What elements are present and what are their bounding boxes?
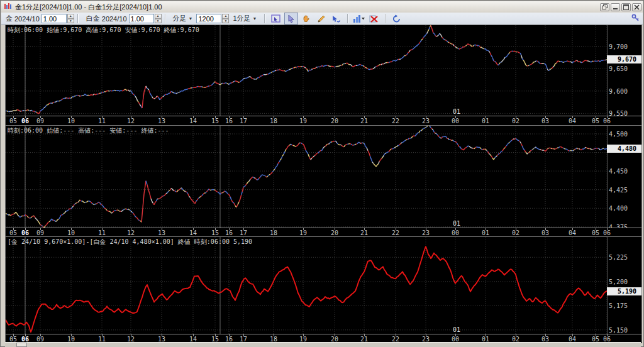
time-tick-label: 21: [360, 118, 368, 124]
gold-contract-month: 2024/10: [14, 15, 40, 23]
price-tick-label: 4,425: [609, 187, 628, 194]
float-window-button[interactable]: [600, 3, 609, 11]
gold-ratio-input[interactable]: [42, 14, 67, 23]
bar-count-input[interactable]: [196, 14, 221, 23]
arrow-draw-icon[interactable]: [330, 13, 343, 25]
bar-chart-icon[interactable]: [352, 13, 366, 25]
time-tick-label: 04: [569, 229, 576, 236]
bar-type-label: 分足: [173, 14, 187, 23]
time-tick-label: 04: [569, 118, 576, 124]
time-tick-label: 09: [36, 118, 44, 124]
chart-panel-platinum-1min: 時刻:06:00 始値:--- 高値:--- 安値:--- 終値:---014,…: [5, 125, 642, 237]
time-tick-label: 23: [422, 118, 430, 124]
minimize-button[interactable]: [611, 3, 620, 11]
time-tick-label: 22: [392, 118, 399, 124]
hand-icon[interactable]: [299, 13, 313, 25]
toolbar-separator: [264, 14, 265, 23]
time-tick-label: 05: [592, 229, 599, 236]
plot-platinum-1min[interactable]: 時刻:06:00 始値:--- 高値:--- 安値:--- 終値:---01: [6, 126, 608, 228]
time-tick-label: 06: [603, 229, 611, 236]
spin-down-icon[interactable]: ▼: [67, 19, 74, 24]
platinum-contract-month: 2024/10: [102, 15, 127, 23]
time-tick-label: 09: [36, 229, 44, 236]
time-tick-label: 20: [331, 229, 338, 236]
chart-panel-gold-1min: 時刻:06:00 始値:9,670 高値:9,670 安値:9,670 終値:9…: [5, 25, 642, 125]
price-tick-label: 4,400: [609, 205, 628, 212]
time-tick-label: 01: [482, 118, 489, 124]
current-price-tag-spread-gold-minus-platinum: 5,190: [607, 287, 641, 295]
price-tick-label: 9,600: [609, 88, 628, 95]
time-tick-label: 00: [452, 118, 459, 124]
ohlc-info-platinum-1min: 時刻:06:00 始値:--- 高値:--- 安値:--- 終値:---: [8, 126, 169, 135]
spin-up-icon[interactable]: ▲: [67, 14, 74, 19]
interval-label: 1分足: [233, 14, 250, 23]
platinum-ratio-spinner[interactable]: ▲▼: [129, 14, 162, 23]
time-tick-label: 18: [270, 229, 277, 236]
toolbar-separator: [165, 14, 166, 23]
time-axis: 0506091011121314151617181920212223000102…: [6, 116, 641, 125]
ohlc-info-gold-1min: 時刻:06:00 始値:9,670 高値:9,670 安値:9,670 終値:9…: [8, 26, 199, 35]
time-tick-label: 12: [127, 118, 135, 124]
time-tick-label: 06: [21, 118, 29, 124]
time-tick-label: 10: [67, 118, 75, 124]
price-tick-label: 9,650: [609, 65, 628, 72]
gold-ratio-spinner[interactable]: ▲▼: [42, 14, 74, 23]
time-axis: 0506091011121314151617181920212223000102…: [6, 228, 641, 237]
time-tick-label: 06: [603, 118, 611, 124]
wrench-icon[interactable]: [631, 13, 640, 25]
refresh-icon[interactable]: [390, 13, 404, 25]
date-label: 01: [453, 220, 460, 227]
scrollbar-thumb[interactable]: [16, 343, 27, 347]
price-tick-label: 4,500: [609, 131, 628, 138]
spin-up-icon[interactable]: ▲: [222, 14, 229, 19]
app-window: 金1分足[2024/10]1.00 - 白金1分足[2024/10]1.00 金…: [0, 0, 644, 347]
spin-down-icon[interactable]: ▼: [155, 19, 162, 24]
plot-gold-1min[interactable]: 時刻:06:00 始値:9,670 高値:9,670 安値:9,670 終値:9…: [6, 25, 608, 116]
toolbar-separator: [385, 14, 386, 23]
close-button[interactable]: [632, 3, 641, 11]
bar-count-spin-buttons[interactable]: ▲▼: [222, 14, 229, 23]
gold-label: 金: [6, 14, 13, 23]
platinum-ratio-input[interactable]: [129, 14, 154, 23]
spin-up-icon[interactable]: ▲: [155, 14, 162, 19]
time-tick-label: 22: [392, 229, 399, 236]
interval-dropdown[interactable]: 1分足 ▼: [231, 13, 258, 24]
spin-down-icon[interactable]: ▼: [222, 19, 229, 24]
platinum-label: 白金: [86, 14, 100, 23]
horizontal-scrollbar[interactable]: [5, 342, 641, 347]
platinum-ratio-spin-buttons[interactable]: ▲▼: [155, 14, 162, 23]
price-tick-label: 9,700: [609, 43, 628, 50]
price-tick-label: 5,200: [609, 278, 628, 285]
time-tick-label: 02: [512, 229, 519, 236]
time-tick-label: 17: [240, 229, 247, 236]
time-tick-label: 05: [9, 118, 17, 124]
time-tick-label: 14: [189, 229, 197, 236]
maximize-button[interactable]: [621, 3, 631, 11]
time-tick-label: 16: [225, 229, 233, 236]
time-tick-label: 13: [158, 229, 165, 236]
time-tick-label: 23: [422, 229, 430, 236]
time-tick-label: 05: [9, 229, 17, 236]
time-tick-label: 21: [360, 229, 368, 236]
time-tick-label: 15: [211, 229, 219, 236]
chart-cursor-icon[interactable]: [269, 13, 283, 25]
chevron-down-icon: ▼: [189, 16, 193, 21]
time-tick-label: 12: [127, 229, 135, 236]
plot-spread-gold-minus-platinum[interactable]: [金 24/10 9,670×1.00]-[白金 24/10 4,480×1.0…: [6, 237, 608, 334]
time-tick-label: 03: [541, 229, 549, 236]
bar-count-spinner[interactable]: ▲▼: [196, 14, 229, 23]
price-tick-label: 4,450: [609, 168, 628, 175]
bar-type-dropdown[interactable]: 分足 ▼: [171, 13, 195, 24]
time-tick-label: 19: [299, 229, 307, 236]
select-arrow-icon[interactable]: [284, 13, 298, 25]
time-tick-label: 00: [452, 229, 459, 236]
pencil-icon[interactable]: [314, 13, 328, 25]
gold-ratio-spin-buttons[interactable]: ▲▼: [67, 14, 74, 23]
current-price-tag-gold-1min: 9,670: [607, 55, 641, 63]
delete-chart-icon[interactable]: [367, 13, 381, 25]
time-tick-label: 15: [211, 118, 219, 124]
time-tick-label: 18: [270, 118, 277, 124]
toolbar-separator: [77, 14, 79, 23]
chevron-down-icon: ▼: [253, 16, 257, 21]
chart-panel-spread-gold-minus-platinum: [金 24/10 9,670×1.00]-[白金 24/10 4,480×1.0…: [5, 236, 642, 343]
